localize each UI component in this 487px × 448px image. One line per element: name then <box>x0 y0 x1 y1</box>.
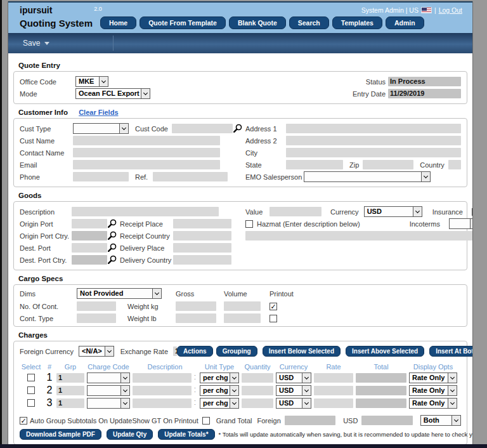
mode-select[interactable]: Ocean FCL Export <box>75 88 150 99</box>
row-select-checkbox[interactable] <box>27 386 35 394</box>
description-input[interactable] <box>133 386 192 395</box>
ref-input[interactable] <box>153 172 228 181</box>
unit-type-select[interactable]: per chg l <box>200 372 239 383</box>
charge-code-select[interactable] <box>87 398 130 409</box>
row-select-checkbox[interactable] <box>27 399 35 407</box>
grp-input[interactable]: 1 <box>56 399 84 408</box>
rate-input[interactable] <box>314 386 353 395</box>
display-opts-select[interactable]: Rate Only <box>409 398 457 409</box>
search-icon[interactable] <box>107 219 117 229</box>
search-icon[interactable] <box>107 255 117 265</box>
hazmat-checkbox[interactable] <box>245 220 253 228</box>
description-label: Description <box>20 208 72 216</box>
gt-display-select[interactable]: Both <box>420 415 461 426</box>
nav-templates[interactable]: Templates <box>332 16 382 29</box>
foreign-currency-select[interactable]: <N/A> <box>79 346 114 357</box>
printout-kg-checkbox[interactable]: ✓ <box>269 303 277 310</box>
download-sample-pdf-button[interactable]: Download Sample PDF <box>20 429 101 440</box>
state-input[interactable] <box>286 160 343 169</box>
cust-name-input[interactable] <box>73 136 220 145</box>
address1-input[interactable] <box>286 124 461 133</box>
dims-select[interactable]: Not Provided <box>77 288 162 299</box>
display-opts-select[interactable]: Rate Only <box>409 372 457 383</box>
actions-button[interactable]: Actions <box>177 346 213 357</box>
row-select-checkbox[interactable] <box>27 374 35 381</box>
search-icon[interactable] <box>233 124 243 134</box>
city-input[interactable] <box>286 148 461 157</box>
receipt-place-input[interactable] <box>173 219 231 228</box>
receipt-country-input[interactable] <box>173 231 231 240</box>
insert-above-selected-button[interactable]: Insert Above Selected <box>346 346 424 357</box>
zip-input[interactable] <box>363 160 413 169</box>
hazmat-description-input[interactable] <box>245 231 473 240</box>
save-button[interactable]: Save <box>8 33 58 53</box>
quantity-input[interactable] <box>242 386 273 395</box>
nav-quote-from-template[interactable]: Quote From Template <box>140 16 226 29</box>
delivery-place-input[interactable] <box>173 243 231 253</box>
grp-input[interactable]: 1 <box>56 386 84 395</box>
nav-blank-quote[interactable]: Blank Quote <box>229 16 286 29</box>
clear-fields-link[interactable]: Clear Fields <box>79 109 118 116</box>
office-code-select[interactable]: MKE <box>75 76 108 87</box>
logout-link[interactable]: Log Out <box>439 6 462 14</box>
zip-label: Zip <box>349 161 359 169</box>
currency-select[interactable]: USD <box>276 372 311 383</box>
charge-code-select[interactable] <box>87 385 130 396</box>
cust-type-label: Cust Type <box>20 125 73 133</box>
currency-select[interactable]: USD <box>276 385 311 396</box>
address2-input[interactable] <box>286 136 461 145</box>
printout-lb-checkbox[interactable] <box>269 315 277 322</box>
description-input[interactable] <box>133 399 192 408</box>
insurance-checkbox[interactable] <box>472 208 473 216</box>
gross-weight-kg-input[interactable] <box>176 301 216 311</box>
update-qty-button[interactable]: Update Qty <box>107 429 153 440</box>
phone-input[interactable] <box>73 172 129 181</box>
search-icon[interactable] <box>107 243 117 253</box>
volume-kg-input[interactable] <box>224 301 261 311</box>
value-input[interactable] <box>269 207 321 216</box>
origin-port-input[interactable] <box>72 219 107 228</box>
description-input[interactable] <box>133 373 192 383</box>
resize-handle-icon[interactable]: ⁚ <box>193 388 197 393</box>
unit-type-select[interactable]: per chg l <box>200 385 239 396</box>
origin-port-ctry-input[interactable] <box>72 231 107 240</box>
unit-type-select[interactable]: per chg l <box>200 398 239 409</box>
delivery-country-input[interactable] <box>173 255 231 265</box>
display-opts-select[interactable]: Rate Only <box>409 385 457 396</box>
quantity-input[interactable] <box>242 373 273 383</box>
country-input[interactable] <box>448 160 461 169</box>
contact-name-input[interactable] <box>73 148 220 157</box>
grouping-button[interactable]: Grouping <box>216 346 257 357</box>
toolbar-divider <box>113 36 114 51</box>
dest-port-input[interactable] <box>72 243 107 253</box>
update-totals-button[interactable]: Update Totals* <box>158 429 214 440</box>
cust-type-select[interactable] <box>73 123 129 134</box>
dest-port-ctry-input[interactable] <box>72 255 107 265</box>
grp-input[interactable]: 1 <box>56 373 84 383</box>
resize-handle-icon[interactable]: ⁚ <box>193 401 197 405</box>
incoterms-select[interactable] <box>449 218 473 229</box>
nav-home[interactable]: Home <box>100 16 136 29</box>
emo-salesperson-select[interactable] <box>304 171 431 182</box>
quantity-input[interactable] <box>242 399 273 408</box>
email-input[interactable] <box>73 160 220 169</box>
no-of-cont-input[interactable] <box>77 301 116 311</box>
goods-currency-select[interactable]: USD <box>364 206 422 217</box>
rate-input[interactable] <box>314 399 353 408</box>
currency-select[interactable]: USD <box>276 398 311 409</box>
charge-code-select[interactable] <box>87 372 130 383</box>
description-input[interactable] <box>72 207 219 216</box>
volume-lb-input[interactable] <box>224 313 261 323</box>
auto-group-subtotals-checkbox[interactable]: ✓ <box>20 417 27 425</box>
insert-at-bottom-button[interactable]: Insert At Bottom <box>429 346 473 357</box>
nav-search[interactable]: Search <box>289 16 329 29</box>
rate-input[interactable] <box>314 373 353 383</box>
resize-handle-icon[interactable]: ⁚ <box>193 376 197 380</box>
search-icon[interactable] <box>107 231 117 241</box>
gross-weight-lb-input[interactable] <box>176 313 216 323</box>
cust-code-input[interactable] <box>172 124 233 133</box>
insert-below-selected-button[interactable]: Insert Below Selected <box>263 346 341 357</box>
cont-type-input[interactable] <box>77 313 116 323</box>
nav-admin[interactable]: Admin <box>386 16 424 29</box>
show-gt-checkbox[interactable] <box>202 417 210 425</box>
